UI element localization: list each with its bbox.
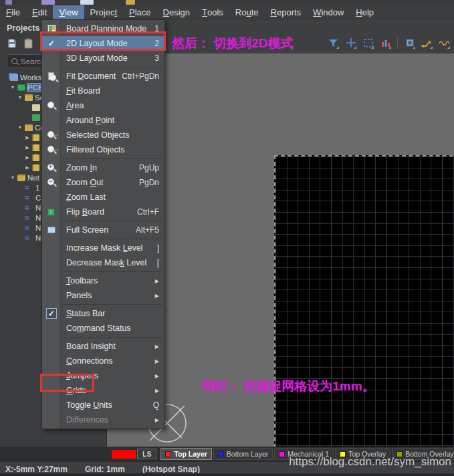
menu-item-toolbars[interactable]: Toolbars▶ <box>42 273 164 288</box>
menubar: FileEditViewProjectPlaceDesignToolsRoute… <box>0 5 454 19</box>
menu-item-decrease-mask-level[interactable]: Decrease Mask Level[ <box>42 255 164 270</box>
menubar-item-file[interactable]: File <box>0 5 26 19</box>
pcb-board-grid[interactable] <box>274 155 454 475</box>
tree-item-label: 1 <box>35 184 39 192</box>
menubar-item-view[interactable]: View <box>53 5 84 19</box>
clipboard-icon[interactable] <box>23 38 33 49</box>
fit-document-icon <box>42 72 61 82</box>
selection-box-icon[interactable] <box>362 37 374 49</box>
menu-item-area[interactable]: Area <box>42 98 164 113</box>
menu-item-label: Around Point <box>61 116 159 125</box>
menu-item-differences[interactable]: Differences▶ <box>42 412 164 427</box>
tree-expand-arrow[interactable]: ▶ <box>25 155 30 160</box>
layer-color-swatch <box>218 451 224 457</box>
quick-access-icon[interactable] <box>126 0 135 5</box>
filter-icon[interactable] <box>328 37 339 49</box>
menubar-item-route[interactable]: Route <box>229 5 265 19</box>
annotation-bottom-text: 同时： 把捕捉网格设为1mm。 <box>202 378 375 395</box>
workspace-icon <box>10 74 18 81</box>
menu-item-label: Toggle Units <box>61 400 153 410</box>
menu-item-filtered-objects[interactable]: Filtered Objects <box>42 142 164 157</box>
tree-expand-arrow[interactable]: ▼ <box>10 175 15 180</box>
net-icon: ≈ <box>25 205 33 211</box>
menubar-item-edit[interactable]: Edit <box>26 5 53 19</box>
layer-tab-bottom-layer[interactable]: Bottom Layer <box>213 448 273 460</box>
layer-color-swatch <box>279 451 285 457</box>
tree-item-label: N <box>35 234 41 242</box>
menu-item-zoom-in[interactable]: +Zoom InPgUp <box>42 160 164 175</box>
menu-item-around-point[interactable]: Around Point <box>42 113 164 128</box>
menu-item-label: Fit Board <box>61 86 159 96</box>
quick-access-icon[interactable] <box>41 0 55 5</box>
tree-item-label: Net <box>27 174 39 182</box>
menu-item-panels[interactable]: Panels▶ <box>42 288 164 303</box>
chip-icon <box>32 134 40 141</box>
menu-item-shortcut: Alt+F5 <box>136 225 159 235</box>
menubar-item-reports[interactable]: Reports <box>265 5 308 19</box>
submenu-arrow-icon: ▶ <box>155 344 159 350</box>
menubar-item-project[interactable]: Project <box>84 5 123 19</box>
menu-item-toggle-units[interactable]: Toggle UnitsQ <box>42 398 164 412</box>
folder-icon <box>25 94 33 101</box>
menu-item-full-screen[interactable]: Full ScreenAlt+F5 <box>42 223 164 237</box>
menu-separator <box>62 221 162 221</box>
menu-item-shortcut: Q <box>153 400 159 410</box>
menubar-item-design[interactable]: Design <box>157 5 196 19</box>
tree-expand-arrow[interactable]: ▶ <box>25 135 30 140</box>
menu-item-connections[interactable]: Connections▶ <box>42 354 164 368</box>
tree-item-label: N <box>35 224 41 232</box>
tree-expand-arrow[interactable]: ▶ <box>25 145 30 150</box>
chip-icon <box>32 144 40 151</box>
menu-item-label: Decrease Mask Level <box>61 258 157 267</box>
menu-item-label: Panels <box>61 291 151 300</box>
menu-item-increase-mask-level[interactable]: Increase Mask Level] <box>42 241 164 255</box>
tree-item-label: N <box>35 214 41 222</box>
menu-item-label: Filtered Objects <box>61 145 159 154</box>
layer-set-button[interactable]: LS <box>137 449 156 459</box>
menu-separator <box>62 271 162 272</box>
tree-expand-arrow[interactable]: ▼ <box>17 95 23 100</box>
column-chart-icon[interactable] <box>380 37 391 49</box>
annotation-box-grids <box>40 374 94 392</box>
selected-objects-icon <box>42 130 61 140</box>
menu-separator <box>62 337 162 338</box>
menu-item-label: Zoom In <box>61 163 139 172</box>
chip-icon <box>32 154 40 161</box>
component-icon[interactable] <box>404 37 415 49</box>
zoom-area-icon <box>42 101 61 111</box>
view-dropdown-menu: Board Planning Mode1✓2D Layout Mode23D L… <box>41 19 165 429</box>
menu-item-zoom-last[interactable]: Zoom Last <box>42 190 164 205</box>
quick-access-icon[interactable] <box>5 0 12 5</box>
layer-tab-top-layer[interactable]: Top Layer <box>160 448 211 460</box>
toolbar-icon-group <box>328 37 450 49</box>
menu-item-fit-document[interactable]: Fit DocumentCtrl+PgDn <box>42 69 164 84</box>
route-path-icon[interactable] <box>421 37 433 49</box>
menu-separator <box>62 158 162 159</box>
menubar-item-window[interactable]: Window <box>307 5 350 19</box>
menubar-item-tools[interactable]: Tools <box>196 5 229 19</box>
menu-item-fit-board[interactable]: Fit Board <box>42 84 164 98</box>
menu-item-zoom-out[interactable]: −Zoom OutPgDn <box>42 175 164 190</box>
search-icon <box>11 58 17 64</box>
tree-expand-arrow[interactable]: ▼ <box>17 125 23 130</box>
tree-expand-arrow[interactable]: ▼ <box>10 85 15 90</box>
menu-item-label: Zoom Out <box>61 178 139 187</box>
menu-item-label: 3D Layout Mode <box>61 53 154 63</box>
menubar-item-place[interactable]: Place <box>123 5 157 19</box>
menu-item-selected-objects[interactable]: Selected Objects <box>42 128 164 142</box>
menu-item-3d-layout-mode[interactable]: 3D Layout Mode3 <box>42 51 164 66</box>
menu-item-command-status[interactable]: Command Status <box>42 321 164 336</box>
signal-wave-icon[interactable] <box>439 37 450 49</box>
filtered-objects-icon <box>42 145 61 155</box>
layer-tab-label: Bottom Layer <box>227 450 268 458</box>
crosshair-icon[interactable] <box>345 37 356 49</box>
save-icon[interactable] <box>7 38 17 49</box>
menu-item-flip-board[interactable]: Flip BoardCtrl+F <box>42 205 164 219</box>
menu-item-board-insight[interactable]: Board Insight▶ <box>42 339 164 354</box>
tree-expand-arrow[interactable]: ▶ <box>25 165 30 170</box>
menubar-item-help[interactable]: Help <box>350 5 380 19</box>
flip-board-icon <box>42 207 61 217</box>
quick-access-icon[interactable] <box>80 0 94 5</box>
menu-item-status-bar[interactable]: ✓Status Bar <box>42 306 164 321</box>
menu-item-label: Flip Board <box>61 207 137 217</box>
